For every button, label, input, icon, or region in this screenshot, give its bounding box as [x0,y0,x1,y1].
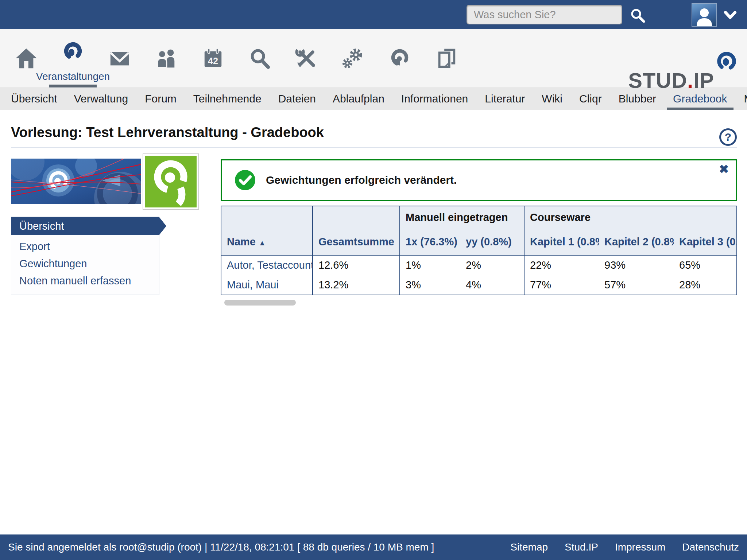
group-header-manuell-eingetragen: Manuell eingetragen [400,206,524,229]
footer-status-text: Sie sind angemeldet als root@studip (roo… [8,541,434,553]
sidebar-visual [11,154,201,211]
grade-value-cell: 57% [599,275,674,295]
course-avatar [143,154,198,209]
sidebar-item-gewichtungen[interactable]: Gewichtungen [11,255,159,272]
calendar-badge: 42 [208,56,218,66]
gradebook-table: Manuell eingetragenCoursewareName▲Gesamt… [221,206,737,295]
sidebar-menu: ÜbersichtExportGewichtungenNoten manuell… [11,217,159,295]
chevron-down-icon[interactable] [724,11,737,20]
tab-informationen[interactable]: Informationen [393,88,476,110]
grade-value-cell: 65% [674,255,737,275]
grade-value-cell: 28% [674,275,737,295]
column-header-kapitel-1-0-8[interactable]: Kapitel 1 (0.8%) [524,229,599,255]
grade-value-cell: 2% [460,255,524,275]
table-group-header-row: Manuell eingetragenCourseware [221,206,737,229]
messages-icon[interactable] [96,29,143,88]
search-icon[interactable] [236,29,283,88]
calendar-icon[interactable]: 42 [190,29,236,88]
grade-value-cell: 12.6% [313,255,400,275]
tab-cliqr[interactable]: Cliqr [571,88,610,110]
close-icon[interactable]: ✖ [719,163,729,175]
tab-teilnehmende[interactable]: Teilnehmende [185,88,270,110]
tab-literatur[interactable]: Literatur [476,88,533,110]
courses-spiral-icon[interactable]: Veranstaltungen [50,29,96,88]
sidebar-item-noten-manuell-erfassen[interactable]: Noten manuell erfassen [11,272,159,289]
grade-value-cell: 4% [460,275,524,295]
grade-value-cell: 22% [524,255,599,275]
files-icon[interactable] [423,29,470,88]
studip-spiral-icon[interactable] [376,29,423,88]
student-name-link[interactable]: Autor, Testaccount [221,255,313,275]
grade-value-cell: 93% [599,255,674,275]
main-content: Gewichtungen erfolgreich verändert. ✖ Ma… [221,159,737,306]
column-header-name[interactable]: Name▲ [221,229,313,255]
tab-forum[interactable]: Forum [136,88,185,110]
column-header-gesamtsumme[interactable]: Gesamtsumme [313,229,400,255]
column-header-kapitel-2-0-8[interactable]: Kapitel 2 (0.8%) [599,229,674,255]
group-header-empty [221,206,313,229]
horizontal-scrollbar[interactable] [224,300,296,306]
top-bar [0,0,747,29]
tab-wiki[interactable]: Wiki [533,88,571,110]
footer-link-datenschutz[interactable]: Datenschutz [682,541,739,553]
footer-link-stud-ip[interactable]: Stud.IP [565,541,598,553]
admin-gears-icon[interactable] [330,29,376,88]
tools-icon[interactable] [283,29,330,88]
tab-blubber[interactable]: Blubber [610,88,665,110]
course-avatar-spiral-icon [145,156,197,207]
group-header-empty [313,206,400,229]
footer-bar: Sie sind angemeldet als root@studip (roo… [0,534,747,560]
success-message: Gewichtungen erfolgreich verändert. ✖ [221,159,737,201]
footer-link-sitemap[interactable]: Sitemap [510,541,548,553]
search-icon[interactable] [630,8,645,23]
column-header-yy-0-8[interactable]: yy (0.8%) [460,229,524,255]
tab-übersicht[interactable]: Übersicht [3,88,66,110]
table-column-header-row: Name▲Gesamtsumme1x (76.3%)yy (0.8%)Kapit… [221,229,737,255]
student-name-link[interactable]: Maui, Maui [221,275,313,295]
sidebar-item-übersicht[interactable]: Übersicht [11,217,159,235]
community-icon[interactable] [143,29,190,88]
global-search-input[interactable] [467,5,622,24]
logo-spiral-icon [716,50,738,72]
column-header-kapitel-3-0-8[interactable]: Kapitel 3 (0.8%) [674,229,737,255]
success-message-text: Gewichtungen erfolgreich verändert. [266,174,457,186]
studip-page: Veranstaltungen [0,0,747,560]
footer-links: SitemapStud.IPImpressumDatenschutz [510,541,739,553]
table-row: Autor, Testaccount12.6%1%2%22%93%65% [221,255,737,275]
course-banner-image [11,159,141,204]
tab-ablaufplan[interactable]: Ablaufplan [324,88,393,110]
group-header-courseware: Courseware [524,206,737,229]
grade-value-cell: 13.2% [313,275,400,295]
tab-verwaltung[interactable]: Verwaltung [66,88,136,110]
page-title: Vorlesung: Test Lehrveranstaltung - Grad… [11,125,324,140]
success-check-icon [235,170,256,191]
tab-mehr[interactable]: Mehr ... [736,88,747,110]
column-header-1x-76-3[interactable]: 1x (76.3%) [400,229,460,255]
grade-value-cell: 1% [400,255,460,275]
grade-value-cell: 77% [524,275,599,295]
user-silhouette-icon [694,6,715,26]
title-divider [11,147,737,148]
avatar[interactable] [692,3,717,27]
tab-gradebook[interactable]: Gradebook [665,88,735,110]
gradebook-table-container[interactable]: Manuell eingetragenCoursewareName▲Gesamt… [221,206,737,295]
icon-toolbar: Veranstaltungen [0,29,747,88]
sidebar-item-export[interactable]: Export [11,238,159,255]
tab-dateien[interactable]: Dateien [270,88,324,110]
course-tabbar: ÜbersichtVerwaltungForumTeilnehmendeDate… [0,88,747,110]
grade-value-cell: 3% [400,275,460,295]
table-row: Maui, Maui13.2%3%4%77%57%28% [221,275,737,295]
help-icon[interactable]: ? [719,128,737,146]
sort-ascending-icon: ▲ [259,239,266,247]
toolbar-active-underline [49,85,97,88]
footer-link-impressum[interactable]: Impressum [615,541,665,553]
